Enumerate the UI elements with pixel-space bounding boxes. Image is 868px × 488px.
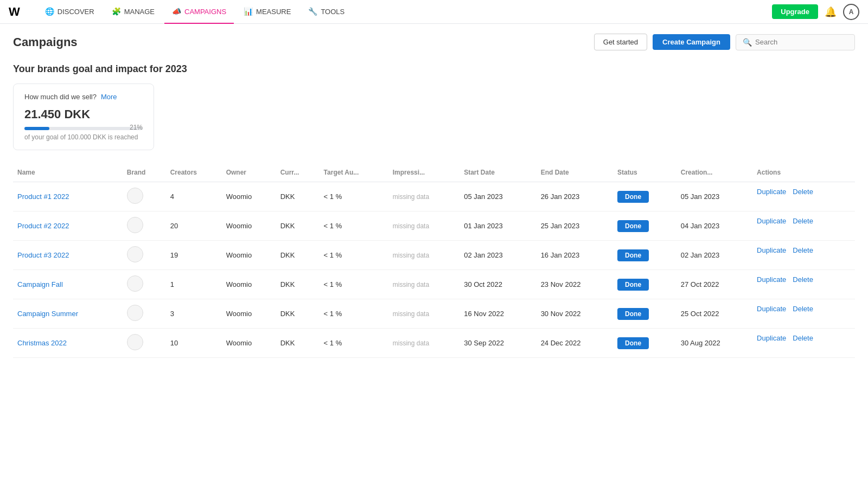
tools-icon: 🔧 (308, 7, 317, 16)
cell-creation: 02 Jan 2023 (676, 241, 752, 270)
cell-name: Product #3 2022 (13, 241, 123, 270)
duplicate-button[interactable]: Duplicate (757, 217, 786, 225)
nav-item-campaigns[interactable]: 📣 CAMPAIGNS (164, 0, 234, 24)
campaign-name-link[interactable]: Product #3 2022 (17, 251, 69, 259)
duplicate-button[interactable]: Duplicate (757, 246, 786, 254)
get-started-button[interactable]: Get started (594, 34, 647, 50)
impressions-value: missing data (393, 310, 429, 318)
page-title: Campaigns (13, 35, 78, 49)
nav-item-label: TOOLS (321, 8, 344, 16)
nav-item-manage[interactable]: 🧩 MANAGE (104, 0, 162, 24)
cell-status: Done (613, 211, 676, 241)
cell-currency: DKK (276, 182, 320, 211)
brand-logo (127, 246, 143, 262)
create-campaign-button[interactable]: Create Campaign (653, 34, 730, 50)
nav-item-label: CAMPAIGNS (184, 8, 226, 16)
campaign-name-link[interactable]: Product #2 2022 (17, 222, 69, 230)
cell-end-date: 24 Dec 2022 (537, 329, 613, 358)
campaign-name-link[interactable]: Campaign Summer (17, 310, 78, 318)
col-start-date: Start Date (459, 163, 536, 182)
delete-button[interactable]: Delete (793, 334, 813, 342)
cell-owner: Woomio (222, 182, 276, 211)
status-badge: Done (617, 249, 649, 261)
cell-target-audience: < 1 % (320, 241, 388, 270)
upgrade-button[interactable]: Upgrade (772, 4, 818, 19)
cell-brand (123, 211, 166, 241)
header-actions: Get started Create Campaign 🔍 (594, 34, 855, 50)
nav-item-discover[interactable]: 🌐 DISCOVER (37, 0, 102, 24)
notification-bell-icon[interactable]: 🔔 (825, 6, 837, 18)
duplicate-button[interactable]: Duplicate (757, 334, 786, 342)
cell-brand (123, 329, 166, 358)
cell-start-date: 16 Nov 2022 (459, 299, 536, 329)
logo[interactable]: W (9, 5, 20, 19)
cell-creators: 19 (166, 241, 222, 270)
duplicate-button[interactable]: Duplicate (757, 305, 786, 313)
campaign-name-link[interactable]: Product #1 2022 (17, 192, 69, 201)
cell-end-date: 25 Jan 2023 (537, 211, 613, 241)
cell-impressions: missing data (388, 241, 459, 270)
cell-impressions: missing data (388, 182, 459, 211)
cell-status: Done (613, 241, 676, 270)
cell-creators: 10 (166, 329, 222, 358)
cell-currency: DKK (276, 270, 320, 299)
table-row: Campaign Fall 1 Woomio DKK < 1 % missing… (13, 270, 855, 299)
nav-item-tools[interactable]: 🔧 TOOLS (301, 0, 352, 24)
cell-creation: 27 Oct 2022 (676, 270, 752, 299)
col-target-audience: Target Au... (320, 163, 388, 182)
brand-section: Your brands goal and impact for 2023 How… (0, 57, 868, 163)
cell-impressions: missing data (388, 211, 459, 241)
table-row: Product #3 2022 19 Woomio DKK < 1 % miss… (13, 241, 855, 270)
brand-logo (127, 217, 143, 233)
avatar[interactable]: A (843, 4, 859, 20)
brand-heading: Your brands goal and impact for 2023 (13, 63, 855, 75)
col-creators: Creators (166, 163, 222, 182)
cell-currency: DKK (276, 329, 320, 358)
cell-end-date: 30 Nov 2022 (537, 299, 613, 329)
status-badge: Done (617, 279, 649, 291)
table-row: Campaign Summer 3 Woomio DKK < 1 % missi… (13, 299, 855, 329)
cell-actions: Duplicate Delete (752, 241, 855, 260)
campaign-name-link[interactable]: Christmas 2022 (17, 339, 67, 347)
col-owner: Owner (222, 163, 276, 182)
col-end-date: End Date (537, 163, 613, 182)
status-badge: Done (617, 191, 649, 203)
duplicate-button[interactable]: Duplicate (757, 275, 786, 284)
cell-name: Campaign Summer (13, 299, 123, 329)
brand-card: How much did we sell? More 21.450 DKK 21… (13, 84, 154, 150)
cell-name: Product #1 2022 (13, 182, 123, 211)
cell-name: Christmas 2022 (13, 329, 123, 358)
col-name: Name (13, 163, 123, 182)
duplicate-button[interactable]: Duplicate (757, 188, 786, 196)
brand-logo (127, 188, 143, 204)
col-actions: Actions (752, 163, 855, 182)
delete-button[interactable]: Delete (793, 217, 813, 225)
brand-logo (127, 305, 143, 321)
nav-item-measure[interactable]: 📊 MEASURE (236, 0, 298, 24)
cell-end-date: 23 Nov 2022 (537, 270, 613, 299)
campaign-name-link[interactable]: Campaign Fall (17, 280, 63, 288)
cell-start-date: 30 Sep 2022 (459, 329, 536, 358)
cell-start-date: 05 Jan 2023 (459, 182, 536, 211)
campaigns-table-section: Name Brand Creators Owner Curr... Target… (0, 163, 868, 358)
brand-logo (127, 275, 143, 292)
search-input[interactable] (755, 38, 848, 46)
delete-button[interactable]: Delete (793, 305, 813, 313)
delete-button[interactable]: Delete (793, 246, 813, 254)
impressions-value: missing data (393, 193, 429, 201)
table-row: Product #2 2022 20 Woomio DKK < 1 % miss… (13, 211, 855, 241)
delete-button[interactable]: Delete (793, 275, 813, 284)
brand-card-header: How much did we sell? More (24, 93, 143, 101)
cell-creators: 1 (166, 270, 222, 299)
brand-logo (127, 334, 143, 350)
brand-card-more-link[interactable]: More (101, 93, 117, 101)
cell-actions: Duplicate Delete (752, 329, 855, 348)
cell-status: Done (613, 329, 676, 358)
cell-owner: Woomio (222, 329, 276, 358)
col-status: Status (613, 163, 676, 182)
cell-impressions: missing data (388, 270, 459, 299)
delete-button[interactable]: Delete (793, 188, 813, 196)
cell-status: Done (613, 270, 676, 299)
nav-item-label: MEASURE (256, 8, 291, 16)
col-creation: Creation... (676, 163, 752, 182)
